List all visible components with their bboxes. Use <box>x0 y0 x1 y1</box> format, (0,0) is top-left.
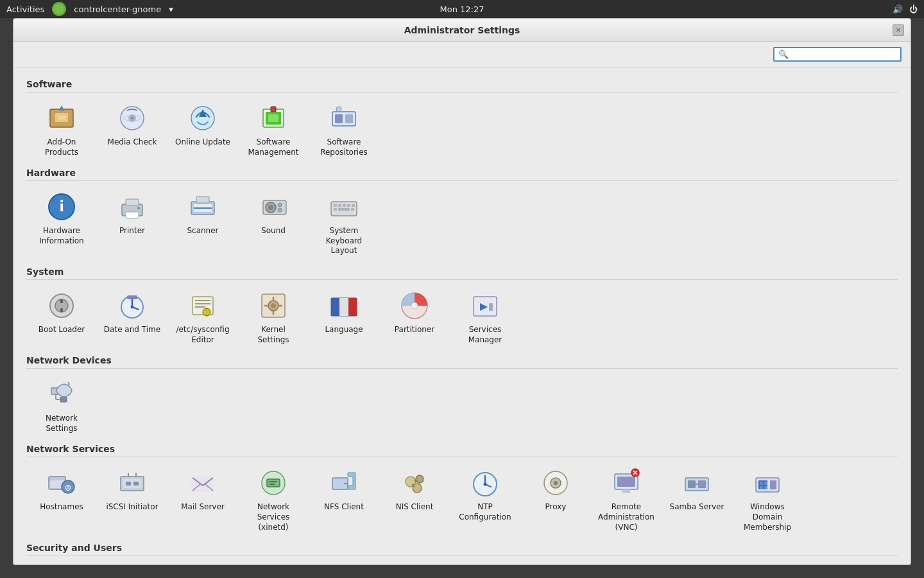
item-nfs-client[interactable]: NFS Client <box>309 461 379 538</box>
item-iscsi-initiator[interactable]: iSCSI Initiator <box>97 461 167 538</box>
topbar: Activities controlcenter-gnome ▾ Mon 12:… <box>0 0 924 18</box>
svg-rect-21 <box>126 199 139 206</box>
item-windows-domain-membership[interactable]: Windows Domain Membership <box>732 461 803 538</box>
activities-label[interactable]: Activities <box>6 4 44 14</box>
admin-settings-window: Administrator Settings × 🔍 SoftwareAdd-O… <box>13 18 911 565</box>
item-network-services-xinetd[interactable]: Network Services (xinetd) <box>238 461 309 538</box>
volume-icon[interactable]: 🔊 <box>893 4 903 14</box>
item-network-settings[interactable]: Network Settings <box>26 372 97 439</box>
section-items-network-devices: Network Settings <box>26 372 898 439</box>
section-items-hardware: iHardware InformationPrinterScannerSound… <box>26 185 898 261</box>
hostnames-label: Hostnames <box>40 502 83 512</box>
svg-point-109 <box>554 481 558 485</box>
app-icon <box>52 2 66 16</box>
topbar-clock: Mon 12:27 <box>440 4 484 14</box>
svg-rect-34 <box>334 204 337 207</box>
svg-rect-39 <box>334 208 337 211</box>
date-and-time-label: Date and Time <box>104 325 160 335</box>
item-printer[interactable]: Printer <box>97 185 167 261</box>
item-hostnames[interactable]: @Hostnames <box>26 461 97 538</box>
samba-server-icon <box>681 468 712 498</box>
network-services-xinetd-label: Network Services (xinetd) <box>257 502 290 532</box>
svg-rect-73 <box>489 303 493 311</box>
item-software-repositories[interactable]: Software Repositories <box>309 96 379 162</box>
item-samba-server[interactable]: Samba Server <box>662 461 732 538</box>
item-date-and-time[interactable]: Date and Time <box>97 284 167 350</box>
close-button[interactable]: × <box>893 24 904 36</box>
svg-point-23 <box>137 207 140 209</box>
svg-rect-40 <box>338 208 350 211</box>
svg-rect-37 <box>347 204 350 207</box>
item-system-keyboard-layout[interactable]: System Keyboard Layout <box>309 185 379 261</box>
hardware-information-icon: i <box>46 191 77 222</box>
nis-client-icon <box>399 468 430 498</box>
item-addon-products[interactable]: Add-On Products <box>26 96 97 162</box>
svg-rect-123 <box>764 482 767 485</box>
svg-rect-122 <box>760 482 763 485</box>
item-remote-administration-vnc[interactable]: Remote Administration (VNC) <box>591 461 662 538</box>
topbar-right: 🔊 ⏻ <box>893 4 918 14</box>
item-mail-server[interactable]: Mail Server <box>167 461 238 538</box>
item-online-update[interactable]: Online Update <box>167 96 238 162</box>
svg-rect-41 <box>351 208 354 211</box>
item-boot-loader[interactable]: Boot Loader <box>26 284 97 350</box>
search-input[interactable] <box>791 49 896 59</box>
item-security-keys[interactable]: Security Keys <box>167 560 238 565</box>
boot-loader-label: Boot Loader <box>38 325 85 335</box>
svg-rect-118 <box>698 480 706 488</box>
item-language[interactable]: Language <box>309 284 379 350</box>
etcsysconfig-editor-icon <box>187 290 218 321</box>
svg-point-49 <box>131 305 134 308</box>
item-user-management[interactable]: User Management <box>309 560 379 565</box>
app-name-label[interactable]: controlcenter-gnome <box>74 4 161 14</box>
item-ntp-configuration[interactable]: NTP Configuration <box>450 461 520 538</box>
section-title-hardware: Hardware <box>26 168 898 181</box>
addon-products-icon <box>46 103 77 134</box>
svg-rect-22 <box>126 212 139 218</box>
etcsysconfig-editor-label: /etc/sysconfig Editor <box>176 325 229 345</box>
app-dropdown-icon[interactable]: ▾ <box>169 4 173 14</box>
svg-rect-117 <box>688 480 696 488</box>
item-media-check[interactable]: Media Check <box>97 96 167 162</box>
svg-rect-38 <box>352 204 355 207</box>
item-ca-management[interactable]: CACA Management <box>26 560 97 565</box>
item-nis-client[interactable]: NIS Client <box>379 461 450 538</box>
item-hardware-information[interactable]: iHardware Information <box>26 185 97 261</box>
kernel-settings-icon <box>258 290 289 321</box>
svg-point-106 <box>484 483 487 486</box>
svg-rect-27 <box>196 197 209 203</box>
svg-rect-45 <box>60 308 63 312</box>
item-kernel-settings[interactable]: Kernel Settings <box>238 284 309 350</box>
section-items-network-services: @HostnamesiSCSI InitiatorMail ServerNetw… <box>26 461 898 538</box>
svg-rect-15 <box>335 114 343 123</box>
search-bar: 🔍 <box>13 42 911 67</box>
item-partitioner[interactable]: Partitioner <box>379 284 450 350</box>
nfs-client-icon <box>329 468 359 498</box>
hostnames-icon: @ <box>46 468 77 498</box>
item-firewall[interactable]: Firewall <box>97 560 167 565</box>
iscsi-initiator-icon <box>117 468 148 498</box>
section-title-network-services: Network Services <box>26 444 898 457</box>
section-title-security-users: Security and Users <box>26 543 898 556</box>
svg-rect-125 <box>764 486 767 489</box>
item-sound[interactable]: Sound <box>238 185 309 261</box>
system-keyboard-layout-icon <box>329 191 359 222</box>
scanner-label: Scanner <box>187 226 218 236</box>
item-sudo[interactable]: Sudo <box>238 560 309 565</box>
section-items-system: Boot LoaderDate and Time/etc/sysconfig E… <box>26 284 898 350</box>
power-icon[interactable]: ⏻ <box>909 4 918 14</box>
item-services-manager[interactable]: Services Manager <box>450 284 520 350</box>
svg-rect-66 <box>331 298 339 316</box>
sound-icon <box>258 191 289 222</box>
svg-point-30 <box>268 205 273 210</box>
item-software-management[interactable]: Software Management <box>238 96 309 162</box>
svg-rect-35 <box>338 204 341 207</box>
svg-point-70 <box>411 302 418 309</box>
item-scanner[interactable]: Scanner <box>167 185 238 261</box>
svg-rect-12 <box>268 114 278 122</box>
svg-rect-85 <box>133 482 139 486</box>
nis-client-label: NIS Client <box>396 502 434 512</box>
svg-rect-16 <box>345 114 353 123</box>
item-etcsysconfig-editor[interactable]: /etc/sysconfig Editor <box>167 284 238 350</box>
item-proxy[interactable]: Proxy <box>520 461 591 538</box>
